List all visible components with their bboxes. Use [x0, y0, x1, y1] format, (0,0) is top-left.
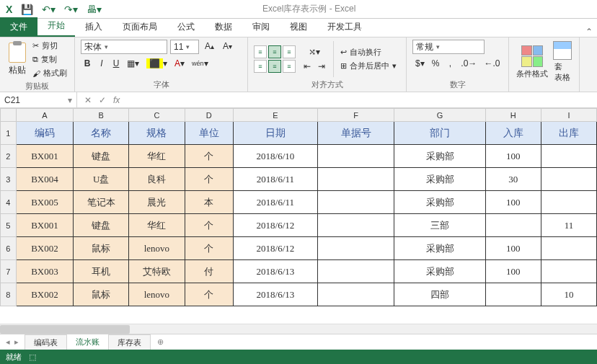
font-name-select[interactable]: 宋体 [81, 40, 167, 54]
cell[interactable]: BX001 [16, 145, 73, 168]
header-cell[interactable]: 单据号 [317, 122, 394, 145]
cell[interactable]: 个 [185, 214, 233, 237]
cell[interactable]: 笔记本 [74, 191, 129, 214]
tab-data[interactable]: 数据 [205, 17, 242, 37]
col-header[interactable]: G [394, 109, 485, 122]
copy-button[interactable]: ⧉复制 [31, 53, 68, 66]
col-header[interactable]: A [16, 109, 73, 122]
underline-button[interactable]: U [110, 57, 123, 70]
cell[interactable]: BX002 [16, 237, 73, 260]
redo-icon[interactable]: ↷▾ [64, 4, 78, 15]
cell[interactable] [317, 260, 394, 283]
cell[interactable]: BX003 [16, 260, 73, 283]
cell[interactable]: 2018/6/11 [233, 191, 317, 214]
decrease-indent-button[interactable]: ⇤ [301, 60, 314, 73]
increase-decimal-button[interactable]: .0→ [458, 57, 479, 70]
cell[interactable] [485, 214, 541, 237]
cell[interactable]: 鼠标 [74, 283, 129, 306]
col-header[interactable]: H [485, 109, 541, 122]
align-center[interactable]: ≡ [268, 60, 281, 73]
tab-review[interactable]: 审阅 [242, 17, 280, 37]
cell[interactable]: 10 [541, 283, 596, 306]
cell[interactable]: BX004 [16, 168, 73, 191]
add-sheet-button[interactable]: ⊕ [150, 337, 171, 347]
percent-button[interactable]: % [429, 57, 443, 70]
cell[interactable]: 个 [185, 283, 233, 306]
decrease-decimal-button[interactable]: ←.0 [481, 57, 503, 70]
merge-center-button[interactable]: ⊞合并后居中▾ [339, 60, 398, 72]
cell[interactable]: 四部 [394, 283, 485, 306]
cell[interactable] [317, 168, 394, 191]
wrap-text-button[interactable]: ↩自动换行 [339, 46, 398, 58]
cell[interactable]: 采购部 [394, 191, 485, 214]
cell[interactable]: 100 [485, 237, 541, 260]
cell[interactable]: 2018/6/12 [233, 214, 317, 237]
tab-insert[interactable]: 插入 [75, 17, 112, 37]
col-header[interactable]: E [233, 109, 317, 122]
cell[interactable] [541, 168, 596, 191]
cell[interactable]: 鼠标 [74, 237, 129, 260]
header-cell[interactable]: 名称 [74, 122, 129, 145]
align-top-center[interactable]: ≡ [268, 45, 281, 58]
ribbon-collapse-icon[interactable]: ⌃ [585, 27, 593, 37]
enter-formula-icon[interactable]: ✓ [99, 95, 106, 105]
cell[interactable]: 本 [185, 191, 233, 214]
cell[interactable]: 个 [185, 168, 233, 191]
tab-view[interactable]: 视图 [280, 17, 317, 37]
cell[interactable]: 2018/6/11 [233, 168, 317, 191]
col-header[interactable]: F [317, 109, 394, 122]
header-cell[interactable]: 单位 [185, 122, 233, 145]
align-left[interactable]: ≡ [254, 60, 267, 73]
fill-color-button[interactable]: ⬛▾ [143, 57, 170, 70]
header-cell[interactable]: 规格 [129, 122, 185, 145]
sheet-nav-prev-icon[interactable]: ◂ [6, 337, 10, 347]
macro-record-icon[interactable]: ⬚ [29, 352, 36, 362]
comma-button[interactable]: , [443, 57, 456, 70]
cell[interactable]: 采购部 [394, 237, 485, 260]
align-top-left[interactable]: ≡ [254, 45, 267, 58]
cell[interactable]: lenovo [129, 283, 185, 306]
cell[interactable]: BX001 [16, 214, 73, 237]
cell[interactable] [541, 237, 596, 260]
sheet-tab[interactable]: 库存表 [108, 334, 151, 350]
cell[interactable]: 采购部 [394, 260, 485, 283]
header-cell[interactable]: 部门 [394, 122, 485, 145]
name-box[interactable]: C21 ▾ [0, 92, 77, 107]
cut-button[interactable]: ✂剪切 [31, 40, 68, 52]
cell[interactable]: 华红 [129, 145, 185, 168]
quickprint-icon[interactable]: 🖶▾ [87, 4, 102, 15]
row-header[interactable]: 8 [1, 283, 17, 306]
cell[interactable]: 30 [485, 168, 541, 191]
cell[interactable]: 个 [185, 145, 233, 168]
undo-icon[interactable]: ↶▾ [42, 4, 56, 15]
row-header[interactable]: 2 [1, 145, 17, 168]
fx-icon[interactable]: fx [113, 95, 120, 105]
row-header[interactable]: 6 [1, 237, 17, 260]
row-header[interactable]: 7 [1, 260, 17, 283]
sheet-nav-next-icon[interactable]: ▸ [14, 337, 19, 347]
border-button[interactable]: ▦▾ [124, 57, 142, 70]
cell[interactable]: 付 [185, 260, 233, 283]
col-header[interactable]: C [129, 109, 185, 122]
cell[interactable]: 11 [541, 214, 596, 237]
cell[interactable]: U盘 [74, 168, 129, 191]
decrease-font-icon[interactable]: A▾ [220, 40, 235, 53]
sheet-tab[interactable]: 编码表 [25, 334, 67, 350]
cell[interactable]: 良科 [129, 168, 185, 191]
cell[interactable]: 晨光 [129, 191, 185, 214]
cell[interactable] [317, 145, 394, 168]
tab-home[interactable]: 开始 [37, 16, 75, 37]
cell[interactable]: 2018/6/13 [233, 283, 317, 306]
bold-button[interactable]: B [81, 57, 94, 70]
col-header[interactable]: I [541, 109, 596, 122]
header-cell[interactable]: 入库 [485, 122, 541, 145]
cell[interactable] [485, 283, 541, 306]
cell[interactable]: 100 [485, 191, 541, 214]
col-header[interactable]: D [185, 109, 233, 122]
cell[interactable] [541, 260, 596, 283]
tab-developer[interactable]: 开发工具 [317, 17, 372, 37]
cell[interactable] [541, 145, 596, 168]
format-painter-button[interactable]: 🖌格式刷 [31, 67, 68, 79]
header-cell[interactable]: 编码 [16, 122, 73, 145]
phonetic-button[interactable]: wén▾ [189, 57, 211, 70]
